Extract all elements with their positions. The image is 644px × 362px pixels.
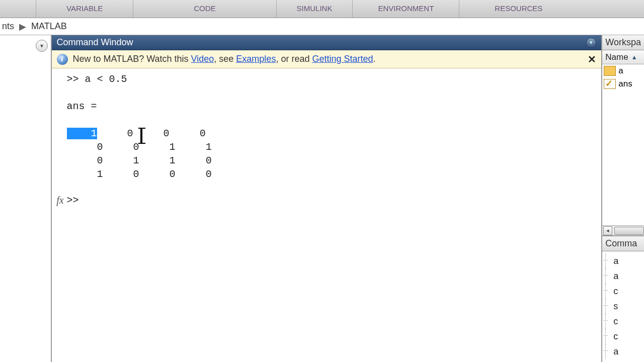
banner-text-1: New to MATLAB? Watch this	[73, 54, 191, 64]
workspace-var-ans[interactable]: ans	[602, 77, 644, 90]
toolstrip-group-variable[interactable]: VARIABLE	[36, 0, 133, 18]
console-prompt: >>	[67, 195, 79, 206]
matrix-row-3: 0 1 1 0	[52, 154, 602, 167]
video-link[interactable]: Video	[191, 54, 214, 64]
path-separator-icon: ▶	[19, 21, 26, 32]
history-item-label: c	[613, 331, 618, 342]
toolstrip-group-code[interactable]: CODE	[133, 0, 276, 18]
matrix-row-4: 1 0 0 0	[52, 167, 602, 181]
toolstrip-group-simulink[interactable]: SIMULINK	[277, 0, 353, 18]
banner-text-2: , see	[214, 54, 236, 64]
matrix-selection: 1	[67, 128, 97, 139]
double-array-icon	[604, 66, 615, 75]
history-item[interactable]: a	[602, 268, 644, 284]
workspace-col-name-label: Name	[605, 52, 628, 62]
logical-array-icon	[604, 79, 615, 88]
history-item-label: c	[613, 286, 618, 297]
banner-text-4: .	[373, 54, 376, 64]
close-banner-icon[interactable]: ✕	[588, 53, 596, 65]
address-bar[interactable]: nts ▶ MATLAB	[0, 18, 644, 35]
current-folder-menu-icon[interactable]: ▾	[36, 40, 48, 52]
console-blank-3	[52, 181, 602, 195]
banner-text: New to MATLAB? Watch this Video, see Exa…	[73, 54, 376, 64]
command-window-console[interactable]: >> a < 0.5 ans = 1 0 0 0 0 0 1 1 0 1 1 0…	[52, 68, 602, 362]
history-item[interactable]: s	[602, 299, 644, 314]
history-item-label: c	[613, 316, 618, 327]
history-item[interactable]: c	[602, 329, 644, 344]
history-item-label: s	[613, 301, 618, 312]
console-blank-2	[52, 113, 602, 127]
history-item-label: a	[613, 346, 618, 357]
toolstrip-left-gap	[0, 0, 36, 18]
workspace-name-column-header[interactable]: Name ▲	[602, 50, 644, 64]
toolstrip-group-resources[interactable]: RESOURCES	[459, 0, 578, 18]
console-ans-label: ans =	[52, 100, 602, 113]
command-window-title: Command Window	[57, 37, 133, 48]
toolstrip: VARIABLE CODE SIMULINK ENVIRONMENT RESOU…	[0, 0, 644, 18]
examples-link[interactable]: Examples	[236, 54, 276, 64]
sort-asc-icon: ▲	[631, 54, 637, 61]
current-folder-panel: ▾	[0, 35, 52, 362]
path-seg-1[interactable]: nts	[2, 21, 14, 32]
history-item-label: a	[613, 256, 618, 266]
workspace-empty-area	[602, 90, 644, 225]
workspace-titlebar[interactable]: Workspa	[602, 35, 644, 50]
history-item-label: a	[613, 271, 618, 282]
scroll-left-icon[interactable]: ◂	[603, 226, 612, 235]
workspace-var-label: a	[618, 66, 623, 76]
console-prompt-line[interactable]: fx >>	[52, 195, 602, 206]
new-to-matlab-banner: i New to MATLAB? Watch this Video, see E…	[52, 50, 602, 68]
workspace-var-a[interactable]: a	[602, 64, 644, 77]
path-seg-2[interactable]: MATLAB	[31, 21, 67, 32]
info-icon: i	[57, 54, 68, 65]
history-item[interactable]: c	[602, 284, 644, 299]
matrix-row-2: 0 0 1 1	[52, 140, 602, 154]
command-window-menu-icon[interactable]: ▾	[586, 38, 596, 48]
console-blank-1	[52, 86, 602, 100]
workspace-hscrollbar[interactable]: ◂	[602, 225, 644, 235]
workspace-variable-list: a ans	[602, 64, 644, 90]
scroll-thumb[interactable]	[614, 227, 644, 235]
fx-icon[interactable]: fx	[54, 195, 67, 206]
banner-text-3: , or read	[276, 54, 312, 64]
console-input-line: >> a < 0.5	[52, 72, 602, 86]
history-item[interactable]: a	[602, 344, 644, 359]
command-window-panel: Command Window ▾ i New to MATLAB? Watch …	[52, 35, 603, 362]
command-history-list: a a c s c c a	[602, 251, 644, 362]
workspace-var-label: ans	[618, 79, 632, 89]
history-item[interactable]: c	[602, 314, 644, 329]
history-item[interactable]: a	[602, 253, 644, 268]
toolstrip-group-environment[interactable]: ENVIRONMENT	[353, 0, 459, 18]
matrix-row-1: 1 0 0 0	[52, 127, 602, 140]
workspace-panel: Workspa Name ▲ a ans ◂	[602, 35, 644, 236]
text-cursor-icon	[140, 129, 142, 143]
command-window-titlebar[interactable]: Command Window ▾	[52, 35, 602, 50]
getting-started-link[interactable]: Getting Started	[312, 54, 373, 64]
command-history-titlebar[interactable]: Comma	[602, 236, 644, 251]
